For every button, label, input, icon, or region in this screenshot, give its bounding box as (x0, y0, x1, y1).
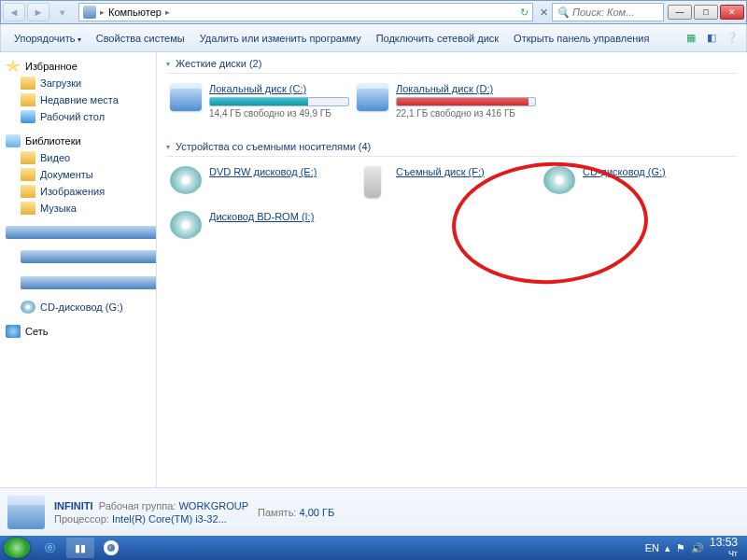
sidebar-item-local-d[interactable]: Локальный диск (D:) (4, 273, 152, 299)
section-removable[interactable]: ▾Устройства со съемными носителями (4) (166, 141, 738, 157)
optical-drive-icon (543, 166, 575, 194)
sidebar-item-downloads[interactable]: Загрузки (4, 75, 152, 91)
volume-icon[interactable]: 🔊 (691, 542, 704, 554)
folder-icon (21, 168, 35, 181)
sidebar-item-desktop[interactable]: Рабочий стол (4, 108, 152, 125)
sidebar-libraries[interactable]: Библиотеки (4, 133, 152, 149)
hdd-icon (170, 83, 202, 111)
usage-bar (209, 97, 349, 106)
taskbar: ⓔ ▮▮ EN ▴ ⚑ 🔊 13:53Чт (0, 536, 747, 560)
memory-value: 4,00 ГБ (299, 507, 334, 518)
chevron-right-icon: ▸ (100, 7, 105, 17)
sidebar-item-cd-g[interactable]: CD-дисковод (G:) (4, 299, 152, 315)
cd-icon (21, 301, 35, 314)
section-hard-disks[interactable]: ▾Жесткие диски (2) (166, 58, 738, 74)
sidebar-item-label: Рабочий стол (40, 111, 105, 122)
navigation-pane: Избранное Загрузки Недавние места Рабочи… (0, 52, 157, 487)
taskbar-explorer-icon[interactable]: ▮▮ (66, 538, 94, 558)
minimize-button[interactable]: — (668, 5, 692, 20)
maximize-button[interactable]: □ (694, 5, 718, 20)
content-area: ▾Жесткие диски (2) Локальный диск (C:) 1… (157, 52, 747, 487)
workgroup-value: WORKGROUP (178, 500, 248, 511)
sidebar-item-label: Музыка (40, 203, 77, 214)
language-indicator[interactable]: EN (645, 542, 659, 553)
folder-icon (21, 93, 35, 106)
folder-icon (21, 151, 35, 164)
toolbar: Упорядочить Свойства системы Удалить или… (0, 24, 747, 52)
open-control-panel-button[interactable]: Открыть панель управления (506, 29, 656, 48)
clear-search-icon[interactable]: ✕ (540, 7, 548, 19)
folder-icon (21, 185, 35, 198)
optical-drive-icon (170, 166, 202, 194)
drive-name: Локальный диск (C:) (209, 83, 349, 94)
nav-back-button[interactable]: ◄ (3, 3, 25, 21)
sidebar-item-label: Документы (40, 169, 93, 180)
library-icon (6, 134, 21, 147)
drive-removable-f[interactable]: Съемный диск (F:) (353, 162, 540, 202)
window-controls: — □ ✕ (668, 5, 744, 20)
drive-icon (21, 276, 157, 289)
sidebar-item-label: Видео (40, 152, 70, 163)
organize-menu[interactable]: Упорядочить (7, 29, 89, 48)
drive-dvd-rw-e[interactable]: DVD RW дисковод (E:) (166, 162, 353, 202)
map-network-drive-button[interactable]: Подключить сетевой диск (369, 29, 506, 48)
help-icon[interactable]: ❔ (724, 30, 740, 47)
clock[interactable]: 13:53Чт (710, 538, 738, 559)
computer-icon (6, 226, 157, 239)
drive-icon (21, 250, 157, 263)
sidebar-item-documents[interactable]: Документы (4, 166, 152, 183)
details-pane: INFINITI Рабочая группа: WORKGROUP Проце… (0, 487, 747, 536)
taskbar-ie-icon[interactable]: ⓔ (35, 538, 63, 558)
sidebar-item-local-c[interactable]: Локальный диск (C:) (4, 246, 152, 273)
search-placeholder: Поиск: Ком... (572, 7, 634, 18)
drive-local-c[interactable]: Локальный диск (C:) 14,4 ГБ свободно из … (166, 79, 353, 122)
preview-pane-icon[interactable]: ◧ (703, 30, 720, 47)
folder-icon (21, 77, 35, 90)
sidebar-item-videos[interactable]: Видео (4, 149, 152, 166)
cpu-value: Intel(R) Core(TM) i3-32... (112, 513, 227, 525)
nav-forward-button[interactable]: ► (27, 3, 49, 21)
computer-name: INFINITI (54, 500, 93, 511)
search-input[interactable]: 🔍 Поиск: Ком... (552, 3, 664, 21)
drive-bd-rom-i[interactable]: Дисковод BD-ROM (I:) (166, 207, 353, 243)
drive-local-d[interactable]: Локальный диск (D:) 22,1 ГБ свободно из … (353, 79, 540, 122)
workgroup-label: Рабочая группа: (99, 500, 176, 511)
drive-name: CD-дисковод (G:) (583, 166, 723, 177)
collapse-icon: ▾ (166, 143, 170, 151)
chrome-icon (104, 540, 119, 555)
drive-cd-g[interactable]: CD-дисковод (G:) (540, 162, 726, 202)
system-properties-button[interactable]: Свойства системы (89, 29, 192, 48)
sidebar-favorites[interactable]: Избранное (4, 58, 152, 75)
nav-up-button[interactable]: ▾ (51, 3, 74, 21)
time-text: 13:53 (710, 536, 738, 549)
breadcrumb[interactable]: Компьютер (108, 7, 162, 18)
sidebar-group-label: Избранное (25, 61, 78, 72)
sidebar-item-pictures[interactable]: Изображения (4, 183, 152, 200)
taskbar-chrome-icon[interactable] (97, 538, 125, 558)
system-tray: EN ▴ ⚑ 🔊 13:53Чт (645, 538, 743, 559)
section-label: Устройства со съемными носителями (4) (176, 141, 371, 152)
sidebar-item-music[interactable]: Музыка (4, 200, 152, 217)
memory-label: Память: (258, 507, 296, 518)
computer-icon (83, 6, 96, 19)
sidebar-network[interactable]: Сеть (4, 323, 152, 340)
refresh-icon[interactable]: ↻ (520, 7, 529, 19)
action-center-icon[interactable]: ⚑ (676, 542, 685, 554)
titlebar: ◄ ► ▾ ▸ Компьютер ▸ ↻ ✕ 🔍 Поиск: Ком... … (0, 0, 747, 24)
section-label: Жесткие диски (2) (176, 58, 261, 69)
drive-name: DVD RW дисковод (E:) (209, 166, 349, 177)
tray-arrow-icon[interactable]: ▴ (665, 542, 670, 554)
sidebar-computer[interactable]: Компьютер (4, 224, 152, 246)
drive-free-text: 22,1 ГБ свободно из 416 ГБ (396, 108, 536, 119)
chevron-right-icon: ▸ (165, 7, 170, 17)
address-bar[interactable]: ▸ Компьютер ▸ ↻ (78, 3, 533, 21)
hdd-icon (357, 83, 388, 111)
uninstall-button[interactable]: Удалить или изменить программу (192, 29, 369, 48)
sidebar-item-recent[interactable]: Недавние места (4, 91, 152, 108)
close-button[interactable]: ✕ (720, 5, 744, 20)
view-icon[interactable]: ▦ (683, 30, 699, 47)
day-text: Чт (728, 549, 738, 558)
start-button[interactable] (4, 538, 30, 558)
sidebar-group-label: Сеть (25, 326, 48, 337)
drive-free-text: 14,4 ГБ свободно из 49,9 ГБ (209, 108, 349, 119)
